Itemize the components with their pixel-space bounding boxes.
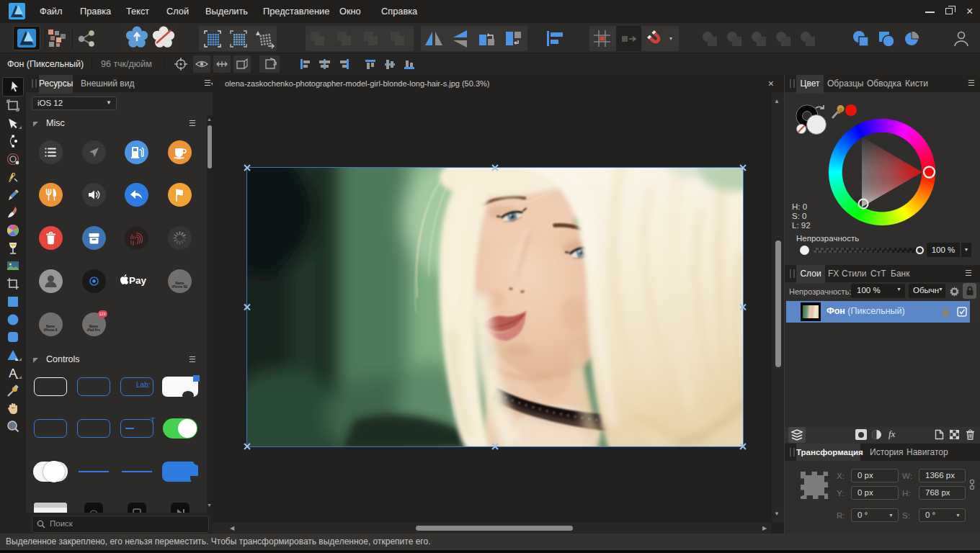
svg-text:Pay: Pay: [129, 274, 147, 285]
